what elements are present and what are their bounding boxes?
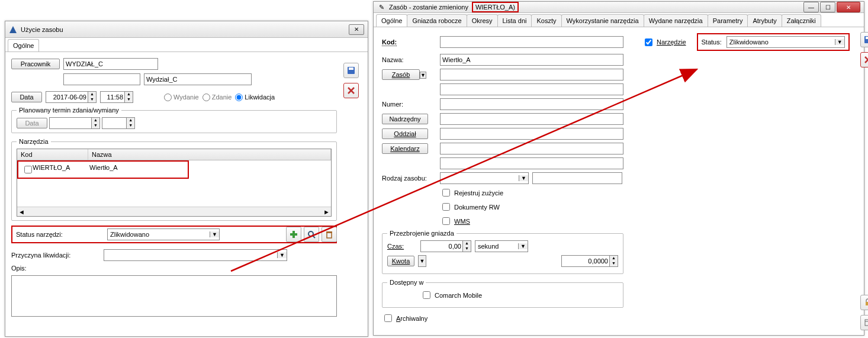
- grid-hscroll[interactable]: ◄►: [17, 207, 331, 216]
- tab-ogolne-2[interactable]: Ogólne: [376, 14, 407, 27]
- status-narzedzi-select[interactable]: Zlikwidowano▼: [107, 228, 220, 240]
- tab-parametry[interactable]: Parametry: [708, 14, 748, 27]
- tab-listadni[interactable]: Lista dni: [497, 14, 532, 27]
- nadrzedny-input[interactable]: [440, 113, 623, 125]
- svg-rect-6: [326, 231, 332, 233]
- planowany-legend: Planowany termin zdania/wymiany: [17, 107, 121, 114]
- zasob-input-2[interactable]: [440, 83, 623, 95]
- status-highlight-box: Status: Zlikwidowano▼: [697, 33, 850, 51]
- tab-ogolne-1[interactable]: Ogólne: [8, 39, 39, 51]
- planowany-fieldset: Planowany termin zdania/wymiany Data ▲▼ …: [11, 107, 337, 133]
- svg-point-3: [308, 231, 313, 236]
- radio-zdanie[interactable]: Zdanie: [202, 94, 232, 101]
- data-button[interactable]: Data: [11, 92, 42, 102]
- czas-unit-select[interactable]: sekund▼: [475, 240, 528, 252]
- tab-gniazda[interactable]: Gniazda robocze: [407, 14, 467, 27]
- wms-checkbox[interactable]: WMS: [440, 215, 470, 227]
- win2-minimize-button[interactable]: —: [803, 2, 819, 12]
- svg-rect-8: [349, 67, 353, 70]
- kalendarz-input-2[interactable]: [440, 157, 623, 169]
- rodzaj-label: Rodzaj zasobu:: [382, 175, 436, 182]
- pracownik-name-input[interactable]: [144, 73, 252, 85]
- rejestruj-checkbox[interactable]: Rejestruj zużycie: [440, 187, 503, 198]
- kalendarz-input[interactable]: [440, 143, 623, 154]
- date-spinner[interactable]: ▲▼: [46, 91, 97, 103]
- narzedzia-fieldset: Narzędzia Kod Nazwa WIERTŁO_A Wiertło_A …: [11, 138, 337, 221]
- win1-cancel-button[interactable]: [343, 83, 359, 98]
- oddzial-input[interactable]: [440, 128, 623, 140]
- win1-body: Pracownik Data ▲▼ ▲▼ Wydanie Zdanie Likw…: [5, 52, 368, 336]
- win2-close-button[interactable]: ✕: [837, 2, 860, 12]
- plan-data-button[interactable]: Data: [17, 118, 47, 128]
- win2-maximize-button[interactable]: ☐: [820, 2, 835, 12]
- czas-spinner[interactable]: ▲▼: [420, 240, 471, 252]
- pracownik-code-input[interactable]: [63, 58, 158, 70]
- status-label-2: Status:: [702, 38, 722, 46]
- win1-save-button[interactable]: [343, 63, 359, 78]
- tab-zalaczniki[interactable]: Załączniki: [782, 14, 821, 27]
- tab-wykorz[interactable]: Wykorzystanie narzędzia: [561, 14, 644, 27]
- narzedzia-legend: Narzędzia: [17, 138, 51, 145]
- win2-save-button[interactable]: [860, 32, 868, 47]
- kwota-button[interactable]: Kwota: [387, 256, 414, 266]
- collapse-button[interactable]: [860, 315, 868, 330]
- opis-textarea[interactable]: [11, 275, 337, 317]
- archiwalny-checkbox[interactable]: Archiwalny: [382, 313, 427, 324]
- przezbrojenie-fieldset: Przezbrojenie gniazda Czas: ▲▼ sekund▼ K…: [382, 230, 623, 274]
- wand-icon: ✎: [377, 3, 385, 11]
- delete-button[interactable]: [322, 227, 337, 242]
- plan-time-spinner[interactable]: ▲▼: [102, 117, 135, 129]
- kalendarz-button[interactable]: Kalendarz: [382, 143, 428, 154]
- time-spinner[interactable]: ▲▼: [100, 91, 133, 103]
- zasob-button[interactable]: Zasób: [382, 69, 420, 80]
- svg-rect-15: [866, 302, 868, 305]
- win2-tabs: Ogólne Gniazda robocze Okresy Lista dni …: [374, 13, 864, 27]
- search-button[interactable]: [304, 227, 319, 242]
- przezbrojenie-legend: Przezbrojenie gniazda: [387, 230, 456, 237]
- pracownik-button[interactable]: Pracownik: [11, 59, 60, 69]
- table-row[interactable]: WIERTŁO_A Wiertło_A: [17, 160, 189, 179]
- rodzaj-select[interactable]: ▼: [440, 172, 529, 184]
- rodzaj-input[interactable]: [532, 172, 622, 184]
- radio-wydanie[interactable]: Wydanie: [164, 94, 199, 101]
- opis-label: Opis:: [11, 265, 29, 272]
- zasob-input[interactable]: [440, 69, 623, 81]
- numer-input[interactable]: [440, 98, 623, 110]
- oddzial-button[interactable]: Oddział: [382, 128, 428, 139]
- app-icon: [9, 25, 17, 34]
- titlebar-2[interactable]: ✎ Zasób - zostanie zmieniony WIERTŁO_A) …: [374, 2, 864, 13]
- col-kod[interactable]: Kod: [17, 149, 88, 160]
- win1-tabs: Ogólne: [5, 38, 368, 52]
- zasob-dropdown[interactable]: ▼: [420, 72, 426, 79]
- svg-rect-2: [290, 233, 297, 236]
- dostepny-fieldset: Dostępny w Comarch Mobile: [382, 279, 623, 308]
- titlebar-1[interactable]: Użycie zasobu ✕: [5, 21, 368, 38]
- lock-button[interactable]: [860, 295, 868, 310]
- nazwa-input[interactable]: [440, 54, 623, 66]
- pracownik-empty-input[interactable]: [63, 73, 140, 85]
- kod-input[interactable]: [440, 36, 623, 48]
- win2-body: Kod: Narzędzie Status: Zlikwidowano▼ Naz…: [374, 27, 864, 335]
- add-button[interactable]: [286, 227, 301, 242]
- plan-date-spinner[interactable]: ▲▼: [49, 117, 100, 129]
- przyczyna-select[interactable]: ▼: [104, 249, 287, 261]
- svg-rect-12: [866, 37, 868, 39]
- col-nazwa[interactable]: Nazwa: [88, 149, 331, 160]
- narzedzie-checkbox[interactable]: Narzędzie: [642, 37, 686, 48]
- tab-wydane[interactable]: Wydane narzędzia: [644, 14, 708, 27]
- dostepny-legend: Dostępny w: [387, 279, 426, 286]
- radio-likwidacja[interactable]: Likwidacja: [235, 94, 275, 101]
- win1-close-button[interactable]: ✕: [349, 24, 364, 35]
- tab-okresy[interactable]: Okresy: [467, 14, 498, 27]
- tab-koszty[interactable]: Koszty: [531, 14, 561, 27]
- win2-cancel-button[interactable]: [860, 52, 868, 67]
- comarch-checkbox[interactable]: Comarch Mobile: [420, 289, 482, 301]
- tab-atrybuty[interactable]: Atrybuty: [747, 14, 782, 27]
- nadrzedny-button[interactable]: Nadrzędny: [382, 114, 428, 124]
- dokrw-checkbox[interactable]: Dokumenty RW: [440, 201, 500, 213]
- narzedzia-grid[interactable]: Kod Nazwa WIERTŁO_A Wiertło_A ◄►: [17, 149, 332, 217]
- kwota-spinner[interactable]: ▲▼: [561, 255, 618, 267]
- nazwa-label: Nazwa:: [382, 56, 436, 63]
- status-select-2[interactable]: Zlikwidowano▼: [726, 36, 845, 48]
- kwota-dropdown[interactable]: ▼: [418, 255, 426, 267]
